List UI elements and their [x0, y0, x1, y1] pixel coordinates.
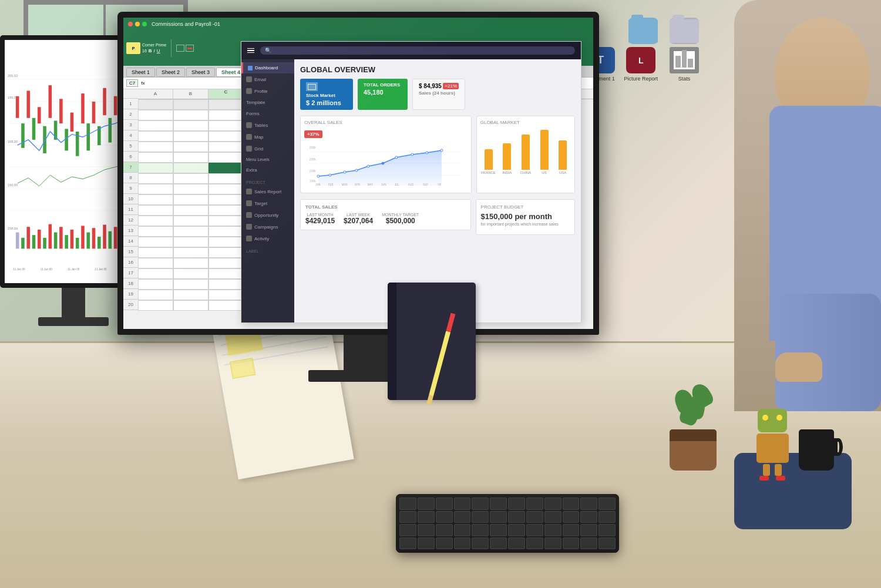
key[interactable]	[436, 524, 453, 536]
bold-button[interactable]: B	[149, 48, 152, 53]
key[interactable]	[490, 537, 507, 550]
key[interactable]	[399, 498, 416, 510]
excel-cell[interactable]	[138, 110, 173, 120]
key[interactable]	[526, 537, 543, 550]
excel-cell[interactable]	[138, 216, 173, 226]
key[interactable]	[418, 524, 435, 536]
excel-cell[interactable]	[173, 290, 209, 300]
key[interactable]	[399, 524, 416, 536]
excel-cell[interactable]	[138, 247, 173, 258]
key[interactable]	[526, 498, 543, 510]
excel-cell[interactable]	[173, 142, 209, 152]
key[interactable]	[454, 511, 471, 523]
key[interactable]	[454, 524, 471, 536]
excel-cell[interactable]	[209, 110, 244, 120]
key[interactable]	[598, 498, 616, 510]
key[interactable]	[508, 511, 525, 523]
excel-cell[interactable]	[173, 300, 209, 311]
sidebar-item-tables[interactable]: Tables	[241, 119, 294, 131]
excel-cell[interactable]	[138, 194, 173, 205]
excel-cell[interactable]	[209, 184, 244, 194]
key[interactable]	[563, 524, 580, 536]
excel-cell[interactable]	[173, 152, 209, 163]
sidebar-item-template[interactable]: Template	[241, 97, 294, 108]
close-button[interactable]	[128, 22, 133, 26]
key[interactable]	[544, 511, 561, 523]
excel-cell[interactable]	[209, 131, 244, 142]
excel-cell[interactable]	[209, 247, 244, 258]
border-button[interactable]	[176, 45, 184, 52]
excel-cell[interactable]	[138, 152, 173, 163]
key[interactable]	[526, 524, 543, 536]
key[interactable]	[580, 511, 597, 523]
excel-cell[interactable]	[173, 216, 209, 226]
excel-cell[interactable]	[138, 279, 173, 290]
excel-cell[interactable]	[209, 99, 244, 110]
excel-cell[interactable]	[209, 205, 244, 216]
excel-cell[interactable]	[209, 173, 244, 184]
key[interactable]	[418, 537, 435, 550]
key[interactable]	[563, 498, 580, 510]
key[interactable]	[490, 524, 507, 536]
sheet-tab-3[interactable]: Sheet 3	[186, 68, 215, 77]
excel-cell[interactable]	[209, 226, 244, 237]
sidebar-item-target[interactable]: Target	[241, 197, 294, 209]
excel-cell[interactable]	[173, 279, 209, 290]
excel-cell[interactable]	[209, 237, 244, 247]
key[interactable]	[418, 498, 435, 510]
excel-cell[interactable]	[209, 279, 244, 290]
document3-icon[interactable]: Stats	[670, 47, 699, 82]
sidebar-item-profile[interactable]: Profile	[241, 85, 294, 97]
excel-cell[interactable]	[138, 290, 173, 300]
excel-cell[interactable]	[173, 268, 209, 279]
key[interactable]	[472, 524, 489, 536]
excel-cell[interactable]	[138, 268, 173, 279]
sidebar-item-activity[interactable]: Activity	[241, 233, 294, 244]
key[interactable]	[563, 511, 580, 523]
key[interactable]	[472, 498, 489, 510]
sidebar-item-opportunity[interactable]: Opportunity	[241, 209, 294, 221]
key[interactable]	[454, 537, 471, 550]
excel-cell[interactable]	[138, 237, 173, 247]
excel-cell[interactable]	[209, 258, 244, 268]
menu-icon[interactable]	[247, 48, 254, 53]
sidebar-item-forms[interactable]: Forms	[241, 108, 294, 119]
key[interactable]	[580, 498, 597, 510]
excel-cell[interactable]	[138, 99, 173, 110]
excel-cell[interactable]	[209, 152, 244, 163]
maximize-button[interactable]	[142, 22, 147, 26]
key[interactable]	[526, 511, 543, 523]
key[interactable]	[563, 537, 580, 550]
sidebar-item-email[interactable]: Email	[241, 73, 294, 85]
underline-button[interactable]: U	[157, 48, 160, 53]
key[interactable]	[598, 537, 616, 550]
key[interactable]	[454, 498, 471, 510]
key[interactable]	[508, 537, 525, 550]
excel-cell[interactable]	[138, 184, 173, 194]
key[interactable]	[418, 511, 435, 523]
key[interactable]	[436, 511, 453, 523]
italic-button[interactable]: I	[154, 48, 155, 53]
key[interactable]	[508, 524, 525, 536]
excel-cell[interactable]	[173, 184, 209, 194]
excel-cell[interactable]	[173, 194, 209, 205]
excel-cell[interactable]	[173, 247, 209, 258]
color-button[interactable]	[186, 45, 194, 52]
excel-cell[interactable]	[209, 268, 244, 279]
key[interactable]	[490, 498, 507, 510]
sidebar-item-menu-levels[interactable]: Menu Levels	[241, 154, 294, 164]
key[interactable]	[580, 524, 597, 536]
excel-cell[interactable]	[173, 120, 209, 131]
key[interactable]	[544, 537, 561, 550]
key[interactable]	[399, 511, 416, 523]
excel-cell[interactable]	[138, 163, 173, 173]
key[interactable]	[399, 537, 416, 550]
excel-cell[interactable]	[173, 131, 209, 142]
sidebar-item-campaigns[interactable]: Campaigns	[241, 221, 294, 233]
excel-cell[interactable]	[138, 226, 173, 237]
key[interactable]	[472, 537, 489, 550]
search-bar[interactable]: 🔍	[260, 46, 575, 55]
excel-cell[interactable]	[138, 258, 173, 268]
key[interactable]	[544, 524, 561, 536]
key[interactable]	[490, 511, 507, 523]
